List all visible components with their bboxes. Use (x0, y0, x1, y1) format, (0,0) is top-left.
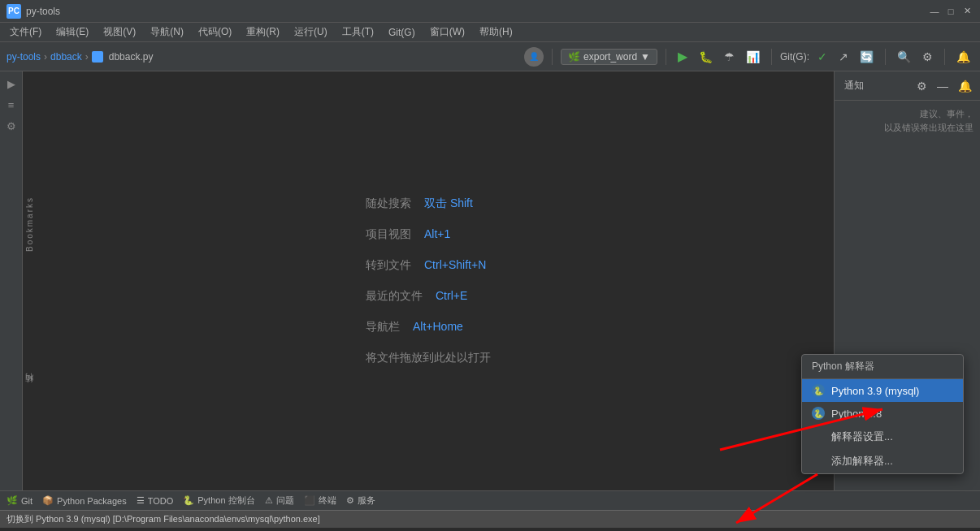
status-problems[interactable]: ⚠ 问题 (265, 494, 294, 507)
notif-minimize-button[interactable]: — (934, 78, 952, 94)
status-git-label: Git (21, 496, 33, 506)
add-icon-3 (812, 455, 825, 468)
coverage-button[interactable]: ☂ (721, 49, 738, 65)
status-git[interactable]: 🌿 Git (7, 495, 33, 506)
status-terminal[interactable]: ⬛ 终端 (304, 494, 336, 507)
menu-window[interactable]: 窗口(W) (423, 24, 471, 41)
file-icon (92, 51, 103, 63)
interpreter-label-0: Python 3.9 (mysql) (831, 385, 919, 397)
interpreter-item-0[interactable]: 🐍 Python 3.9 (mysql) (802, 379, 963, 402)
right-panel-hint: 建议、事件，以及错误将出现在这里 (835, 101, 980, 140)
structure-bar[interactable]: 结构 (23, 356, 36, 421)
notif-bell-button[interactable]: 🔔 (955, 78, 975, 94)
interpreter-label-1: Python 3.8 (831, 408, 882, 420)
sidebar-icon-1[interactable]: ▶ (2, 75, 20, 93)
interpreter-label-3: 添加解释器... (831, 454, 893, 468)
notif-title: 通知 (839, 79, 910, 93)
hint-4: 最近的文件 Ctrl+E (366, 289, 467, 304)
breadcrumb-project[interactable]: py-tools (7, 51, 41, 63)
interpreter-item-3[interactable]: 添加解释器... (802, 449, 963, 473)
menu-navigate[interactable]: 导航(N) (144, 24, 190, 41)
status-python-packages[interactable]: 📦 Python Packages (42, 495, 127, 506)
git-arrow-button[interactable]: ↗ (835, 49, 852, 65)
breadcrumb-folder[interactable]: dbback (50, 51, 82, 63)
python-icon-0: 🐍 (812, 384, 825, 397)
debug-button[interactable]: 🐛 (696, 49, 716, 65)
menu-refactor[interactable]: 重构(R) (240, 24, 286, 41)
toolbar-right: 👤 🌿 export_word ▼ ▶ 🐛 ☂ 📊 Git(G): ✓ ↗ 🔄 … (524, 47, 973, 67)
hint-2-label: 项目视图 (366, 227, 411, 242)
console-icon: 🐍 (183, 495, 194, 506)
right-panel-header: 通知 ⚙ — 🔔 (835, 71, 980, 101)
sidebar-icon-2[interactable]: ≡ (2, 96, 20, 114)
divider4 (885, 49, 886, 65)
notification-button[interactable]: 🔔 (953, 49, 973, 65)
maximize-button[interactable]: □ (944, 5, 957, 18)
search-button[interactable]: 🔍 (894, 49, 914, 65)
breadcrumb-sep2: › (85, 51, 89, 63)
bookmarks-label[interactable]: Bookmarks (25, 196, 34, 252)
run-button[interactable]: ▶ (674, 47, 691, 66)
hint-4-shortcut: Ctrl+E (436, 289, 467, 304)
hint-3: 转到文件 Ctrl+Shift+N (366, 258, 486, 273)
menu-file[interactable]: 文件(F) (3, 24, 48, 41)
left-sidebar: ▶ ≡ ⚙ (0, 71, 23, 490)
user-avatar[interactable]: 👤 (524, 47, 544, 67)
window-controls: — □ ✕ (928, 5, 973, 18)
git-refresh-button[interactable]: 🔄 (856, 49, 877, 65)
todo-icon: ☰ (137, 495, 145, 506)
branch-selector[interactable]: 🌿 export_word ▼ (561, 49, 657, 65)
branch-label: export_word (583, 51, 637, 63)
menu-code[interactable]: 代码(O) (192, 24, 238, 41)
divider1 (552, 49, 553, 65)
branch-dropdown-icon: ▼ (640, 51, 650, 63)
close-button[interactable]: ✕ (960, 5, 973, 18)
profile-button[interactable]: 📊 (743, 49, 763, 65)
structure-label[interactable]: 结构 (24, 386, 35, 390)
status-todo[interactable]: ☰ TODO (137, 495, 174, 506)
hint-2: 项目视图 Alt+1 (366, 227, 450, 242)
status-bar: 🌿 Git 📦 Python Packages ☰ TODO 🐍 Python … (0, 490, 980, 510)
status-terminal-label: 终端 (319, 494, 336, 507)
menu-edit[interactable]: 编辑(E) (50, 24, 95, 41)
hint-5-shortcut: Alt+Home (413, 320, 463, 335)
status-python-console[interactable]: 🐍 Python 控制台 (183, 494, 254, 507)
title-bar-left: PC py-tools (7, 4, 60, 19)
hint-6-label: 将文件拖放到此处以打开 (366, 351, 491, 365)
hint-5: 导航栏 Alt+Home (366, 320, 463, 335)
bottom-bar: 切换到 Python 3.9 (mysql) [D:\Program Files… (0, 510, 980, 528)
hint-6: 将文件拖放到此处以打开 (366, 351, 491, 365)
interpreter-item-1[interactable]: 🐍 Python 3.8 (802, 402, 963, 425)
branch-icon: 🌿 (568, 51, 580, 63)
git-check-button[interactable]: ✓ (814, 49, 830, 65)
packages-icon: 📦 (42, 495, 54, 506)
status-services[interactable]: ⚙ 服务 (346, 494, 375, 507)
python-icon-1: 🐍 (812, 407, 825, 420)
hint-2-shortcut: Alt+1 (424, 227, 450, 242)
python-version-text: 切换到 Python 3.9 (mysql) [D:\Program Files… (7, 513, 320, 525)
status-problems-label: 问题 (276, 494, 294, 507)
git-icon: 🌿 (7, 495, 18, 506)
divider3 (771, 49, 772, 65)
hint-1-shortcut: 双击 Shift (424, 196, 473, 211)
menu-bar: 文件(F) 编辑(E) 视图(V) 导航(N) 代码(O) 重构(R) 运行(U… (0, 23, 980, 42)
window-title: py-tools (26, 6, 60, 17)
popup-header: Python 解释器 (802, 355, 963, 379)
menu-help[interactable]: 帮助(H) (473, 24, 519, 41)
settings-button[interactable]: ⚙ (919, 49, 936, 65)
menu-git[interactable]: Git(G) (382, 25, 422, 40)
status-services-label: 服务 (358, 494, 375, 507)
hint-3-label: 转到文件 (366, 258, 411, 273)
notif-settings-button[interactable]: ⚙ (913, 78, 930, 94)
sidebar-icon-3[interactable]: ⚙ (2, 117, 20, 135)
minimize-button[interactable]: — (928, 5, 941, 18)
divider2 (666, 49, 666, 65)
bookmarks-bar[interactable]: Bookmarks (23, 143, 36, 305)
hint-1: 随处搜索 双击 Shift (366, 196, 473, 211)
interpreter-popup: Python 解释器 🐍 Python 3.9 (mysql) 🐍 Python… (801, 354, 964, 474)
menu-run[interactable]: 运行(U) (288, 24, 334, 41)
menu-view[interactable]: 视图(V) (97, 24, 142, 41)
interpreter-item-2[interactable]: 解释器设置... (802, 425, 963, 449)
menu-tools[interactable]: 工具(T) (336, 24, 380, 41)
hint-5-label: 导航栏 (366, 320, 400, 335)
